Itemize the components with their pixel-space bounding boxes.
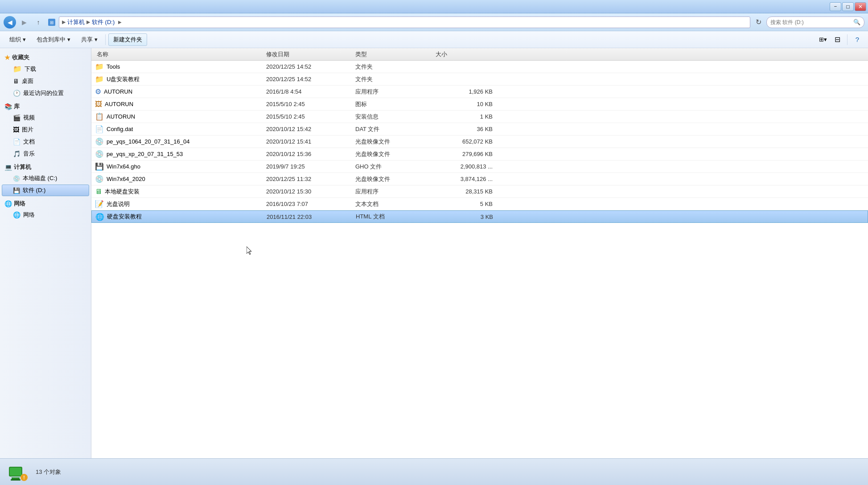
file-name-cell: 🌐 硬盘安装教程: [95, 213, 265, 221]
sidebar-item-downloads[interactable]: 📁 下载: [2, 63, 89, 75]
file-row[interactable]: 🖥 本地硬盘安装 2020/10/12 15:30 应用程序 28,315 KB: [91, 185, 868, 198]
computer-icon: 💻: [4, 164, 12, 171]
file-modified: 2020/12/25 14:52: [264, 76, 354, 82]
organize-label: 组织: [9, 36, 21, 44]
file-modified: 2016/10/23 7:07: [264, 201, 354, 207]
file-row[interactable]: 💿 Win7x64_2020 2020/12/25 11:32 光盘映像文件 3…: [91, 173, 868, 185]
file-size: 652,072 KB: [434, 138, 496, 145]
file-modified: 2016/1/8 4:54: [264, 88, 354, 95]
path-segment-computer[interactable]: 计算机: [67, 18, 85, 26]
include-in-library-button[interactable]: 包含到库中 ▾: [32, 33, 75, 46]
minimize-button[interactable]: －: [830, 2, 841, 11]
file-name-cell: 🖼 AUTORUN: [95, 100, 264, 108]
file-row[interactable]: 📁 Tools 2020/12/25 14:52 文件夹: [91, 61, 868, 73]
file-row[interactable]: 📁 U盘安装教程 2020/12/25 14:52 文件夹: [91, 73, 868, 86]
file-size: 5 KB: [434, 201, 496, 207]
view-dropdown-button[interactable]: ⊞▾: [817, 34, 829, 45]
path-segment-drive[interactable]: 软件 (D:): [92, 18, 115, 26]
file-icon: 📁: [95, 62, 104, 71]
file-name-cell: 💿 Win7x64_2020: [95, 175, 264, 183]
col-header-type[interactable]: 类型: [354, 50, 434, 58]
svg-rect-5: [11, 479, 21, 481]
file-type: HTML 文档: [354, 213, 434, 221]
help-button[interactable]: ?: [851, 34, 864, 45]
file-row[interactable]: 📋 AUTORUN 2015/5/10 2:45 安装信息 1 KB: [91, 111, 868, 123]
file-size: 28,315 KB: [434, 188, 496, 195]
forward-button[interactable]: ▶: [18, 16, 30, 29]
file-name-cell: 💿 pe_yqs_1064_20_07_31_16_04: [95, 137, 264, 146]
documents-icon: 📄: [13, 138, 21, 145]
drive-c-icon: 💿: [13, 175, 20, 182]
file-row[interactable]: ⚙ AUTORUN 2016/1/8 4:54 应用程序 1,926 KB: [91, 86, 868, 98]
col-header-modified[interactable]: 修改日期: [264, 50, 354, 58]
sidebar-item-drive-d[interactable]: 💾 软件 (D:): [2, 185, 89, 196]
pictures-icon: 🖼: [13, 126, 19, 133]
search-input[interactable]: [770, 19, 853, 25]
file-type: 光盘映像文件: [354, 150, 434, 158]
file-name: pe_yqs_1064_20_07_31_16_04: [107, 138, 190, 145]
path-arrow: ▶: [118, 20, 122, 25]
file-row[interactable]: 💿 pe_yqs_xp_20_07_31_15_53 2020/10/12 15…: [91, 148, 868, 160]
new-folder-button[interactable]: 新建文件夹: [108, 33, 147, 46]
file-row[interactable]: 💾 Win7x64.gho 2019/9/7 19:25 GHO 文件 2,90…: [91, 160, 868, 173]
sidebar-item-drive-c[interactable]: 💿 本地磁盘 (C:): [2, 173, 89, 184]
file-size: 3,874,126 ...: [434, 176, 496, 182]
file-type: 文件夹: [354, 75, 434, 83]
svg-text:⊞: ⊞: [50, 20, 53, 25]
path-sep-2: ▶: [86, 19, 90, 25]
maximize-button[interactable]: □: [842, 2, 854, 11]
sidebar-network-title: 🌐 网络: [0, 198, 91, 209]
toolbar: 组织 ▾ 包含到库中 ▾ 共享 ▾ 新建文件夹 ⊞▾ ⊟ ?: [0, 31, 868, 48]
network-folder-icon: 🌐: [13, 211, 21, 218]
col-header-name[interactable]: 名称: [95, 50, 264, 58]
toolbar-right: ⊞▾ ⊟ ?: [817, 34, 864, 45]
video-icon: 🎬: [13, 114, 21, 121]
file-name-cell: 🖥 本地硬盘安装: [95, 188, 264, 196]
sidebar-item-recent[interactable]: 🕐 最近访问的位置: [2, 87, 89, 99]
file-name: Win7x64_2020: [107, 176, 145, 182]
toolbar-separator-2: [847, 34, 847, 45]
sidebar-item-documents[interactable]: 📄 文档: [2, 136, 89, 148]
file-icon: 📋: [95, 112, 104, 121]
file-row[interactable]: 🖼 AUTORUN 2015/5/10 2:45 图标 10 KB: [91, 98, 868, 111]
file-name: AUTORUN: [107, 113, 135, 120]
file-type: GHO 文件: [354, 163, 434, 171]
back-button[interactable]: ◀: [4, 16, 16, 29]
sidebar-item-desktop[interactable]: 🖥 桌面: [2, 75, 89, 87]
organize-button[interactable]: 组织 ▾: [4, 33, 31, 46]
share-button[interactable]: 共享 ▾: [76, 33, 103, 46]
file-icon: 💿: [95, 175, 104, 183]
file-modified: 2020/10/12 15:30: [264, 188, 354, 195]
file-icon: 💿: [95, 137, 104, 146]
file-type: 文本文档: [354, 200, 434, 208]
file-type: DAT 文件: [354, 125, 434, 133]
file-size: 2,900,813 ...: [434, 163, 496, 170]
up-button[interactable]: ↑: [32, 16, 45, 29]
file-name-cell: 📄 Config.dat: [95, 125, 264, 133]
file-row[interactable]: 📄 Config.dat 2020/10/12 15:42 DAT 文件 36 …: [91, 123, 868, 136]
sidebar-item-pictures[interactable]: 🖼 图片: [2, 124, 89, 136]
file-type: 光盘映像文件: [354, 175, 434, 183]
file-icon: 🌐: [95, 213, 104, 221]
col-header-size[interactable]: 大小: [434, 50, 496, 58]
sidebar-item-video[interactable]: 🎬 视频: [2, 112, 89, 123]
view-toggle-button[interactable]: ⊟: [831, 34, 843, 45]
sidebar-item-network[interactable]: 🌐 网络: [2, 209, 89, 221]
close-button[interactable]: ✕: [855, 2, 866, 11]
file-name-cell: 📋 AUTORUN: [95, 112, 264, 121]
file-row[interactable]: 💿 pe_yqs_1064_20_07_31_16_04 2020/10/12 …: [91, 136, 868, 148]
refresh-button[interactable]: ↻: [752, 16, 765, 28]
file-size: 1,926 KB: [434, 88, 496, 95]
search-box[interactable]: 🔍: [766, 16, 864, 28]
file-row[interactable]: 🌐 硬盘安装教程 2016/11/21 22:03 HTML 文档 3 KB: [91, 210, 868, 223]
sidebar-library-section: 📚 库 🎬 视频 🖼 图片 📄 文档 🎵 音乐: [0, 101, 91, 160]
help-icon: ?: [856, 36, 859, 43]
file-row[interactable]: 📝 光盘说明 2016/10/23 7:07 文本文档 5 KB: [91, 198, 868, 210]
file-modified: 2020/10/12 15:42: [264, 126, 354, 132]
file-name-cell: 💾 Win7x64.gho: [95, 162, 264, 171]
file-name-cell: 📁 Tools: [95, 62, 264, 71]
sidebar-item-music[interactable]: 🎵 音乐: [2, 148, 89, 160]
address-path[interactable]: ▶ 计算机 ▶ 软件 (D:) ▶: [59, 16, 750, 28]
sidebar-computer-section: 💻 计算机 💿 本地磁盘 (C:) 💾 软件 (D:): [0, 161, 91, 196]
file-size: 1 KB: [434, 113, 496, 120]
